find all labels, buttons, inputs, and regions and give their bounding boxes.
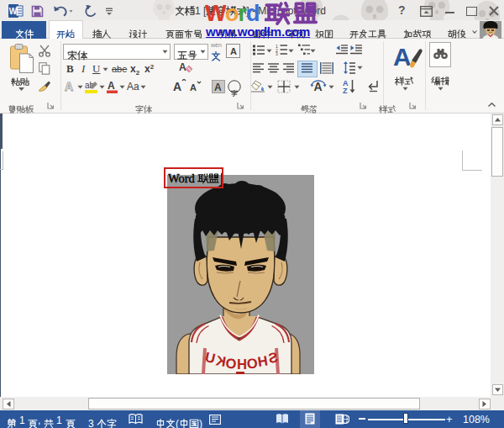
svg-text:A: A	[214, 82, 222, 93]
svg-text:A: A	[393, 43, 412, 71]
svg-text:A: A	[108, 80, 115, 92]
svg-text:A: A	[179, 61, 186, 73]
svg-text:W: W	[9, 7, 18, 16]
svg-text:Z: Z	[343, 87, 348, 94]
svg-text:3: 3	[276, 51, 278, 55]
svg-text:O: O	[246, 356, 258, 372]
svg-text:A: A	[173, 80, 181, 93]
svg-text:H: H	[237, 357, 247, 372]
svg-text:A: A	[65, 80, 73, 92]
svg-text:A: A	[190, 82, 197, 92]
